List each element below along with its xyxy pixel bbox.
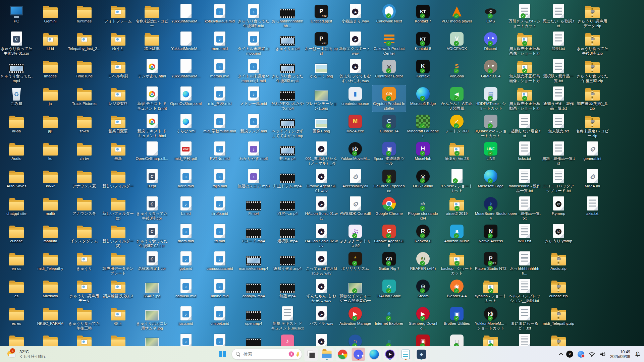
desktop-icon[interactable]: ✓CMS <box>474 3 507 29</box>
desktop-icon[interactable]: F.mp4 <box>237 195 270 222</box>
desktop-icon[interactable]: 新しいフォルダー <box>101 168 135 194</box>
desktop-icon[interactable]: maniuta <box>34 223 67 249</box>
notification-bell-dnd-icon[interactable]: z <box>635 351 641 357</box>
desktop-icon[interactable]: PNT2Untitled.ppsf <box>305 3 338 29</box>
desktop-icon[interactable]: Audio <box>0 140 33 167</box>
desktop-icon[interactable]: きゅうりボカコレ用サムネ.jpg <box>135 305 169 332</box>
desktop-icon[interactable]: ✓筆まめ Ver.28 <box>440 140 474 167</box>
desktop-icon[interactable]: chatgpt-site <box>0 195 33 222</box>
desktop-icon[interactable]: NKSC_PARAM <box>34 305 67 332</box>
desktop-icon[interactable]: midi_Telepathy <box>34 250 67 277</box>
desktop-icon[interactable]: ✓Microsoft Edge <box>474 168 507 194</box>
desktop-icon[interactable]: 調声練習(失敗)_3 <box>101 278 135 304</box>
desktop-icon[interactable]: Cきゅうり食ってた午後3時.cpr <box>135 195 169 222</box>
desktop-icon[interactable]: 路上駐車 <box>135 30 169 57</box>
desktop-icon[interactable]: ラベル印刷 <box>101 58 135 84</box>
desktop-icon[interactable]: 新規 テキスト ドキュメント.html <box>135 113 169 139</box>
desktop-icon[interactable]: ✓Google Chrome <box>372 195 406 222</box>
desktop-icon[interactable]: ▶001_東北きりたん（ノーマル）_今じゃ... <box>305 140 338 167</box>
desktop-icon[interactable]: ♪aorin.mid <box>169 168 203 194</box>
desktop-icon[interactable]: ♪mero.mid <box>203 30 236 57</box>
desktop-icon[interactable]: ヘッドフォンはずしててよがっt.mp4 <box>271 113 304 139</box>
desktop-icon[interactable]: ✓Cakewalk Next <box>372 3 406 29</box>
desktop-icon[interactable]: 名称未設定1 - コピー <box>135 3 169 29</box>
desktop-icon[interactable]: ▮createdump.exe <box>338 85 372 112</box>
desktop-icon[interactable]: ♪jusu.mid <box>169 305 203 332</box>
search-input[interactable]: 検索 <box>232 349 302 360</box>
desktop-icon[interactable]: Telepathy_Inst_2... <box>67 30 101 57</box>
desktop-icon[interactable]: ▶ずんだもん_しおかぜふ.wav <box>305 278 338 304</box>
desktop-icon[interactable]: 選択肢 - 親作品一覧.txt <box>542 58 575 84</box>
desktop-icon[interactable]: e✓Internet Explorer <box>372 305 406 332</box>
desktop-icon[interactable]: Images <box>34 58 67 84</box>
weather-widget[interactable]: 5 32°C くもり時々晴れ <box>3 346 49 362</box>
desktop-icon[interactable]: ぷ✓ぷよぷよ™テトリス®2 <box>338 223 372 249</box>
desktop-icon[interactable]: R✓Reaktor 6 <box>406 223 440 249</box>
desktop-icon[interactable]: まにまにわーるど！.txt <box>508 305 541 332</box>
desktop-icon[interactable]: OpenCvSharp.xml <box>169 85 203 112</box>
desktop-icon[interactable]: YukkuriMovieM... <box>169 30 203 57</box>
desktop-icon[interactable]: きゅうり_調声用データ <box>67 278 101 304</box>
desktop-icon[interactable]: *✓ポリリリリズム <box>338 250 372 277</box>
start-button[interactable] <box>216 348 229 361</box>
desktop-icon[interactable]: ♪新規ソング.mid <box>237 113 270 139</box>
desktop-icon[interactable]: akis.txt <box>576 195 609 222</box>
desktop-icon[interactable]: きゅうり <box>67 250 101 277</box>
desktop-icon[interactable]: Audio.zip <box>542 250 575 277</box>
desktop-icon[interactable]: 死にたい_ゅ歌詞.txt <box>542 3 575 29</box>
desktop-icon[interactable]: ♪PVTNd.mid <box>203 140 236 167</box>
desktop-icon[interactable]: 調声練習(失敗)_3.zip <box>576 85 609 112</box>
desktop-icon[interactable]: かるーく.png <box>305 58 338 84</box>
desktop-icon[interactable]: ✓✓ノートン 360 <box>440 113 474 139</box>
desktop-icon[interactable]: ♪td.mid <box>203 223 236 249</box>
desktop-icon[interactable]: TimeTune <box>67 58 101 84</box>
desktop-icon[interactable]: PDFmid_学校.pdf <box>169 140 203 167</box>
desktop-icon[interactable]: きゅうり食ってた午後三時 <box>67 305 101 332</box>
desktop-icon[interactable]: ♪わかりやす.mp3 <box>237 140 270 167</box>
desktop-icon[interactable]: ✓backup - ショートカット <box>440 250 474 277</box>
desktop-icon[interactable]: YukkuriMovieM... <box>169 3 203 29</box>
desktop-icon[interactable]: malib <box>34 195 67 222</box>
desktop-icon[interactable]: 説明.txt <box>542 30 575 57</box>
desktop-icon[interactable]: ▶HALion Sonic 02.wav <box>305 223 338 249</box>
desktop-icon[interactable]: id-id <box>34 30 67 57</box>
desktop-icon[interactable]: Gemini <box>34 3 67 29</box>
desktop-icon[interactable]: es <box>0 278 33 304</box>
desktop-icon[interactable]: ▶小銭詰まり.wav <box>338 3 372 29</box>
desktop-icon[interactable]: ✓無人販売不正行為画像 - ショートカッ... <box>508 30 541 57</box>
cubase-button[interactable]: ◆ <box>415 348 428 361</box>
desktop-icon[interactable]: WIFI.txt <box>508 223 541 249</box>
desktop-icon[interactable]: ▣✓Epson 接続診断ツール <box>372 140 406 167</box>
desktop-icon[interactable]: ♪umibet.mid <box>203 305 236 332</box>
task-view-button[interactable] <box>305 348 318 361</box>
desktop-icon[interactable]: ♪dram.mid <box>169 223 203 249</box>
desktop-icon[interactable]: ◇✓HALion Sonic <box>372 278 406 304</box>
desktop-icon[interactable]: だれだFXいれたやつ.mp4 <box>271 85 304 112</box>
desktop-icon[interactable]: ▶パスドラ.wav <box>305 305 338 332</box>
desktop-icon[interactable]: きゅうり食ってた午後3時 .zip <box>576 30 609 57</box>
desktop-icon[interactable]: manisekarin - 親作品一覧.txt <box>508 168 541 194</box>
desktop-icon[interactable]: 65407.jpg <box>135 278 169 304</box>
tray-chevron-up-icon[interactable] <box>559 353 563 357</box>
desktop-icon[interactable]: ゆきゅうり.ymmp <box>542 223 575 249</box>
desktop-icon[interactable]: cubase <box>0 223 33 249</box>
desktop-icon[interactable]: ゆF.ymmp <box>542 195 575 222</box>
desktop-icon[interactable]: PC <box>0 3 33 29</box>
discord-button[interactable] <box>352 348 365 361</box>
desktop-icon[interactable]: ko <box>34 140 67 167</box>
desktop-icon[interactable]: インスタグラム <box>67 223 101 249</box>
wifi-icon[interactable] <box>589 352 595 357</box>
desktop-icon[interactable]: Fコード.mp4 <box>237 223 270 249</box>
desktop-icon[interactable]: ♪mid_学校.mid <box>203 85 236 112</box>
desktop-icon[interactable]: ✓孤独なインディーゲーム開発者の一生 ... <box>338 278 372 304</box>
desktop-icon[interactable]: ♪タイトル未設定.tempo.mid <box>237 30 270 57</box>
desktop-icon[interactable]: C9.cpr <box>135 168 169 194</box>
desktop-icon[interactable]: 井上ドラム.mp4 <box>271 168 304 194</box>
desktop-icon[interactable]: 最新 <box>101 140 135 167</box>
desktop-icon[interactable]: 新しいフォルダー (3) <box>101 223 135 249</box>
desktop-icon[interactable]: midi_Telepathy.zip <box>542 305 575 332</box>
notepad-button[interactable] <box>399 348 413 361</box>
desktop-icon[interactable]: ♪メドレー風.mid <box>237 85 270 112</box>
desktop-icon[interactable]: きゅうり_調声用データ.zip <box>576 3 609 29</box>
tray-clock[interactable]: 10:49 2025/09/09 <box>610 350 630 359</box>
